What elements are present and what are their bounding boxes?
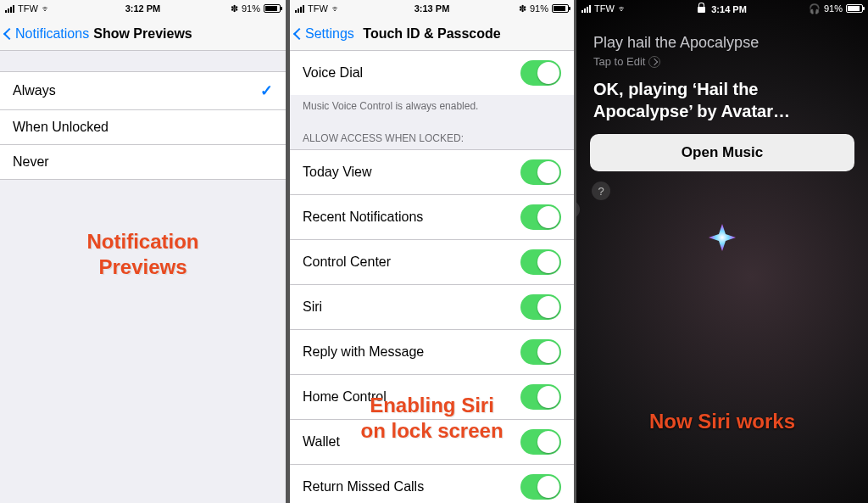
battery-icon	[552, 4, 569, 13]
row-label: Siri	[303, 299, 322, 315]
switch-recent-notifications[interactable]	[520, 204, 561, 230]
page-title: Touch ID & Passcode	[363, 26, 500, 42]
option-always[interactable]: Always ✓	[0, 71, 286, 109]
question-icon: ?	[598, 185, 604, 198]
open-music-label: Open Music	[682, 144, 763, 160]
row-wallet[interactable]: Wallet	[290, 419, 574, 464]
row-voice-dial[interactable]: Voice Dial	[290, 51, 574, 95]
battery-icon	[264, 4, 281, 13]
row-label: Control Center	[303, 254, 391, 270]
row-label: Today View	[303, 165, 372, 180]
voice-dial-footer: Music Voice Control is always enabled.	[290, 95, 574, 117]
option-never[interactable]: Never	[0, 144, 286, 180]
back-label: Notifications	[15, 26, 89, 42]
row-label: Return Missed Calls	[303, 479, 424, 495]
row-reply-with-message[interactable]: Reply with Message	[290, 329, 574, 374]
phone-notification-previews: TFW ᯤ 3:12 PM ✽ 91% Notifications Show P…	[0, 0, 286, 503]
nav-bar: Notifications Show Previews	[0, 17, 286, 51]
siri-query-text: Play hail the Apocalypse	[593, 34, 851, 52]
chevron-left-icon	[293, 27, 305, 39]
page-title: Show Previews	[93, 26, 192, 42]
checkmark-icon: ✓	[260, 81, 273, 100]
back-button[interactable]: Settings	[295, 26, 354, 42]
phone-siri: TFW ᯤ 3:14 PM 🎧 91% Play hail the Apocal…	[576, 0, 868, 503]
tap-to-edit-label: Tap to Edit	[593, 55, 645, 68]
section-header-allow-access: ALLOW ACCESS WHEN LOCKED:	[290, 117, 574, 149]
status-time: 3:14 PM	[576, 3, 868, 14]
switch-today-view[interactable]	[520, 159, 561, 185]
row-label: Recent Notifications	[303, 210, 423, 225]
row-label: Home Control	[303, 389, 387, 405]
switch-return-missed-calls[interactable]	[520, 474, 561, 500]
battery-icon	[846, 4, 863, 13]
open-music-button[interactable]: Open Music	[590, 134, 854, 171]
status-bar: TFW ᯤ 3:13 PM ✽ 91%	[290, 0, 574, 17]
siri-response-text: OK, playing ‘Hail the Apocalypse’ by Ava…	[576, 75, 868, 134]
tap-to-edit-button[interactable]: Tap to Edit	[593, 55, 851, 68]
option-when-unlocked[interactable]: When Unlocked	[0, 109, 286, 144]
status-time: 3:12 PM	[0, 3, 286, 14]
phone-touchid-passcode: TFW ᯤ 3:13 PM ✽ 91% Settings Touch ID & …	[290, 0, 574, 503]
switch-home-control[interactable]	[520, 384, 561, 410]
annotation-caption: NotificationPreviews	[0, 229, 286, 280]
switch-reply-with-message[interactable]	[520, 339, 561, 365]
chevron-right-icon	[648, 56, 660, 68]
row-recent-notifications[interactable]: Recent Notifications	[290, 194, 574, 239]
row-siri[interactable]: Siri	[290, 284, 574, 329]
chevron-left-icon	[3, 27, 15, 39]
help-button[interactable]: ?	[592, 182, 610, 200]
status-bar: TFW ᯤ 3:12 PM ✽ 91%	[0, 0, 286, 17]
row-return-missed-calls[interactable]: Return Missed Calls	[290, 464, 574, 503]
switch-wallet[interactable]	[520, 429, 561, 455]
row-label: Wallet	[303, 434, 340, 450]
status-bar: TFW ᯤ 3:14 PM 🎧 91%	[576, 0, 868, 17]
back-label: Settings	[305, 26, 354, 42]
back-button[interactable]: Notifications	[5, 26, 89, 42]
row-today-view[interactable]: Today View	[290, 149, 574, 194]
row-home-control[interactable]: Home Control	[290, 374, 574, 419]
status-time: 3:13 PM	[290, 3, 574, 14]
option-label: Always	[13, 83, 56, 98]
row-label: Reply with Message	[303, 344, 424, 360]
switch-voice-dial[interactable]	[520, 60, 561, 86]
switch-siri[interactable]	[520, 294, 561, 320]
preview-options: Always ✓ When Unlocked Never	[0, 71, 286, 180]
row-label: Voice Dial	[303, 65, 363, 81]
row-control-center[interactable]: Control Center	[290, 239, 574, 284]
lock-icon	[698, 3, 705, 13]
siri-orb-icon[interactable]	[707, 222, 737, 253]
option-label: When Unlocked	[13, 120, 108, 135]
option-label: Never	[13, 154, 49, 170]
nav-bar: Settings Touch ID & Passcode	[290, 17, 574, 51]
switch-control-center[interactable]	[520, 249, 561, 275]
